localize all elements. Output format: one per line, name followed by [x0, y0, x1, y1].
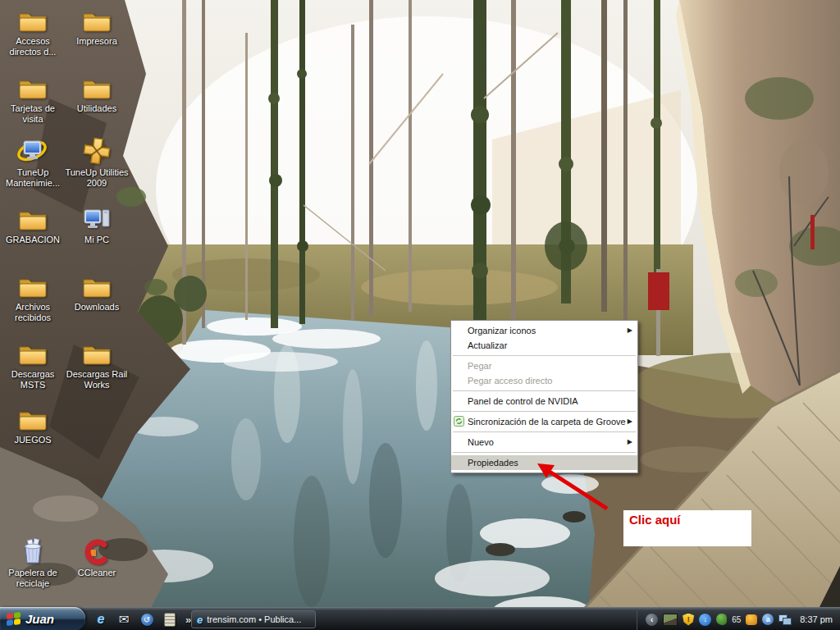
desktop-icon-ccleaner[interactable]: CCleaner	[65, 535, 129, 578]
desktop-icon-label: Utilidades	[65, 103, 129, 114]
submenu-arrow-icon: ▶	[628, 414, 632, 429]
menu-separator	[453, 452, 636, 453]
desktop-icon-tuneup-mantenimiento[interactable]: TuneUp Mantenimie...	[1, 135, 65, 188]
tuneup-monitor-icon	[1, 135, 65, 166]
folder-icon	[1, 402, 65, 433]
menu-item-organizar-iconos[interactable]: Organizar iconos ▶	[451, 323, 637, 338]
menu-separator	[453, 411, 636, 412]
desktop-icon-mi-pc[interactable]: Mi PC	[65, 202, 129, 245]
amule-icon[interactable]: a	[762, 614, 774, 625]
tuneup-cross-icon	[65, 135, 129, 166]
menu-item-panel-nvidia[interactable]: Panel de control de NVIDIA	[451, 394, 637, 409]
annotation-text: Clic aquí	[629, 513, 681, 527]
folder-icon	[1, 202, 65, 233]
network-icon[interactable]	[778, 614, 792, 625]
desktop-icon-label: GRABACION	[1, 235, 65, 245]
tray-collapse-chevron[interactable]: ‹	[646, 614, 658, 626]
submenu-arrow-icon: ▶	[628, 323, 632, 338]
photo-app-icon[interactable]	[663, 614, 678, 626]
menu-item-pegar: Pegar	[451, 358, 637, 373]
green-mascot-icon[interactable]	[716, 614, 727, 625]
internet-explorer-icon[interactable]: e	[94, 612, 108, 627]
folder-icon	[65, 3, 129, 34]
menu-separator	[453, 355, 636, 356]
folder-icon	[65, 336, 129, 368]
system-tray: ‹ ! ↓ 65 a 8:37 pm	[637, 608, 840, 630]
messenger-orange-icon[interactable]	[746, 614, 757, 625]
desktop-icon-label: JUEGOS	[1, 435, 65, 445]
menu-item-groove-sync[interactable]: Sincronización de la carpeta de Groove ▶	[451, 414, 637, 429]
desktop-icon-label: Mi PC	[65, 235, 129, 245]
task-button-label: trensim.com • Publica...	[207, 614, 301, 624]
windows-update-icon[interactable]: ↓	[699, 614, 711, 626]
desktop-icon-label: Descargas MSTS	[1, 369, 65, 390]
folder-icon	[1, 71, 65, 102]
ccleaner-icon	[65, 535, 129, 566]
desktop-icon-downloads[interactable]: Downloads	[65, 269, 129, 313]
desktop-icon-archivos-recibidos[interactable]: Archivos recibidos	[1, 269, 65, 322]
start-button[interactable]: Juan	[0, 607, 85, 630]
temperature-readout[interactable]: 65	[732, 615, 741, 624]
menu-item-actualizar[interactable]: Actualizar	[451, 338, 637, 353]
desktop-icon-label: TuneUp Utilities 2009	[65, 167, 129, 188]
notes-icon[interactable]	[162, 612, 177, 627]
desktop-icon-label: TuneUp Mantenimie...	[1, 167, 65, 188]
menu-item-propiedades[interactable]: Propiedades	[451, 455, 637, 470]
desktop-icon-label: Downloads	[65, 302, 129, 313]
security-shield-icon[interactable]: !	[682, 614, 694, 626]
folder-icon	[1, 3, 65, 34]
quick-launch-bar: e ✉ ↺ »	[94, 608, 191, 630]
desktop-icon-tuneup-utilities[interactable]: TuneUp Utilities 2009	[65, 135, 129, 188]
desktop-icon-grabacion[interactable]: GRABACION	[1, 202, 65, 245]
tray-clock[interactable]: 8:37 pm	[800, 614, 833, 624]
submenu-arrow-icon: ▶	[628, 435, 632, 450]
desktop-icon-descargas-railworks[interactable]: Descargas Rail Works	[65, 336, 129, 390]
desktop-icon-label: Tarjetas de visita	[1, 103, 65, 124]
desktop-icon-juegos[interactable]: JUEGOS	[1, 402, 65, 445]
desktop-icon-label: CCleaner	[65, 568, 129, 578]
outlook-express-icon[interactable]: ✉	[116, 612, 131, 627]
desktop-icon-accesos-directos[interactable]: Accesos directos d...	[1, 3, 65, 57]
menu-item-pegar-acceso-directo: Pegar acceso directo	[451, 373, 637, 388]
computer-icon	[65, 202, 129, 233]
recycle-bin-icon	[1, 535, 65, 566]
desktop-icon-impresora[interactable]: Impresora	[65, 3, 129, 47]
menu-separator	[453, 431, 636, 432]
red-sign	[648, 272, 669, 310]
annotation-box: Clic aquí	[623, 510, 751, 546]
desktop-icon-tarjetas[interactable]: Tarjetas de visita	[1, 71, 65, 124]
desktop-icon-papelera[interactable]: Papelera de reciclaje	[1, 535, 65, 588]
internet-explorer-icon: e	[197, 614, 203, 626]
msn-explorer-icon[interactable]: ↺	[139, 612, 154, 627]
folder-icon	[1, 336, 65, 368]
desktop-icon-label: Impresora	[65, 36, 129, 47]
folder-icon	[65, 71, 129, 102]
desktop-icon-label: Archivos recibidos	[1, 302, 65, 322]
start-button-label: Juan	[25, 612, 54, 626]
desktop-icon-label: Papelera de reciclaje	[1, 568, 65, 588]
folder-icon	[65, 269, 129, 300]
desktop-icon-label: Accesos directos d...	[1, 36, 65, 57]
windows-flag-icon	[7, 612, 21, 627]
desktop-icon-label: Descargas Rail Works	[65, 369, 129, 390]
desktop-icon-descargas-msts[interactable]: Descargas MSTS	[1, 336, 65, 390]
menu-item-nuevo[interactable]: Nuevo ▶	[451, 435, 637, 450]
desktop-context-menu: Organizar iconos ▶ Actualizar Pegar Pega…	[450, 320, 638, 473]
folder-icon	[1, 269, 65, 300]
menu-separator	[453, 390, 636, 391]
taskbar: Juan e ✉ ↺ » e trensim.com • Publica... …	[0, 607, 840, 630]
task-button-trensim[interactable]: e trensim.com • Publica...	[191, 610, 316, 628]
groove-sync-icon	[454, 416, 464, 427]
desktop-icon-utilidades[interactable]: Utilidades	[65, 71, 129, 114]
